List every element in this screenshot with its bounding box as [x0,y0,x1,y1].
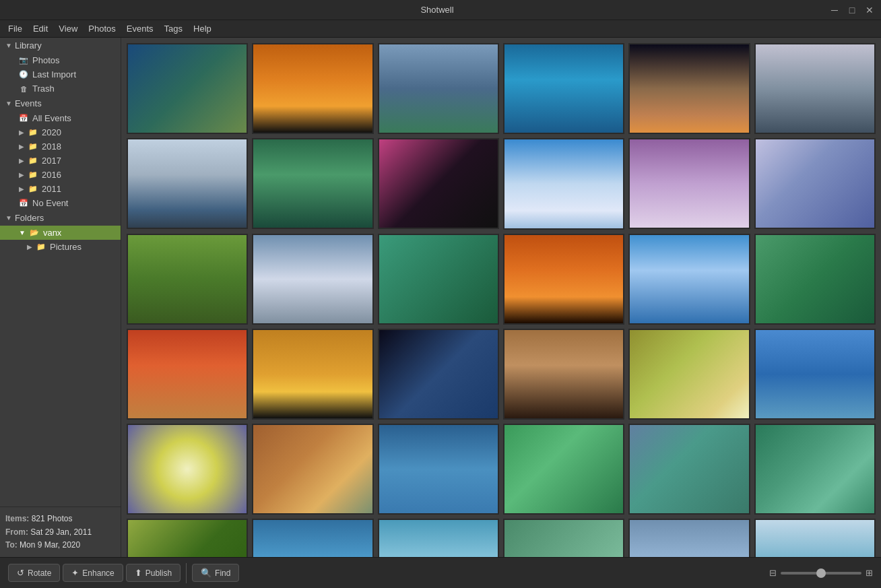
photo-grid [127,43,876,557]
sidebar-item-photos[interactable]: Photos [0,53,121,67]
all-events-label: All Events [32,113,71,123]
menu-item-file[interactable]: File [3,22,28,35]
photo-thumb[interactable] [127,43,248,134]
photo-thumb[interactable] [127,138,248,229]
folders-section-header[interactable]: ▼ Folders [0,210,121,226]
photo-thumb[interactable] [252,329,373,420]
photo-thumb[interactable] [378,519,499,557]
photo-thumb[interactable] [628,234,750,325]
sidebar-item-2016[interactable]: ▶ 2016 [0,168,121,182]
vanx-icon [30,228,39,238]
sidebar-item-all-events[interactable]: All Events [0,111,121,125]
photo-thumb[interactable] [628,424,750,515]
to-value: Mon 9 Mar, 2020 [20,540,80,550]
photo-thumb[interactable] [252,138,373,229]
library-triangle: ▼ [5,42,12,49]
yr2018-label: 2018 [42,141,61,152]
photos-label: Photos [32,55,59,65]
library-section-header[interactable]: ▼ Library [0,38,121,53]
sidebar-item-trash[interactable]: Trash [0,81,121,96]
vanx-triangle: ▼ [19,229,26,236]
photo-thumb[interactable] [503,234,624,325]
photo-thumb[interactable] [127,329,248,420]
menu-item-edit[interactable]: Edit [28,22,53,35]
sidebar-item-2020[interactable]: ▶ 2020 [0,125,121,139]
find-button[interactable]: 🔍 Find [192,564,239,582]
photo-thumb[interactable] [127,424,248,515]
photo-thumb[interactable] [754,43,876,134]
photo-thumb[interactable] [378,43,499,134]
zoom-slider[interactable] [781,572,861,575]
window-controls: ─ □ ✕ [828,5,876,15]
yr2017-icon [28,156,38,166]
photo-thumb[interactable] [754,138,876,229]
photo-thumb[interactable] [378,424,499,515]
photo-thumb[interactable] [378,329,499,420]
yr2020-label: 2020 [42,127,61,137]
sidebar-item-2017[interactable]: ▶ 2017 [0,154,121,168]
photo-thumb[interactable] [127,234,248,325]
sidebar-item-no-event[interactable]: No Event [0,196,121,210]
photo-thumb[interactable] [127,519,248,557]
zoom-min-icon: ⊟ [769,568,777,578]
photo-thumb[interactable] [628,43,750,134]
pictures-triangle: ▶ [27,243,32,251]
photo-thumb[interactable] [378,234,499,325]
yr2016-label: 2016 [42,170,61,180]
photo-thumb[interactable] [252,43,373,134]
sidebar-item-last-import[interactable]: Last Import [0,67,121,81]
sidebar: ▼ Library Photos Last Import Trash ▼ Eve… [0,38,121,557]
menu-item-tags[interactable]: Tags [159,22,188,35]
maximize-button[interactable]: □ [846,5,858,15]
yr2011-label: 2011 [42,184,61,194]
publish-button[interactable]: ⬆ Publish [126,564,181,582]
sidebar-item-2018[interactable]: ▶ 2018 [0,139,121,154]
all-events-icon [19,114,28,123]
events-section-header[interactable]: ▼ Events [0,96,121,111]
photo-thumb[interactable] [503,43,624,134]
sidebar-item-2011[interactable]: ▶ 2011 [0,182,121,196]
status-to: To: Mon 9 Mar, 2020 [5,539,115,552]
to-label: To: [5,540,18,550]
photo-thumb[interactable] [503,138,624,229]
photo-thumb[interactable] [628,138,750,229]
photos-icon [19,56,28,65]
slider-area: ⊟ ⊞ [769,568,873,578]
menu-item-events[interactable]: Events [121,22,159,35]
sidebar-item-vanx[interactable]: ▼ vanx [0,226,121,240]
yr2020-triangle: ▶ [19,129,24,136]
menu-item-help[interactable]: Help [188,22,217,35]
trash-icon [19,84,28,94]
photo-thumb[interactable] [503,424,624,515]
rotate-icon: ↺ [17,568,24,578]
photo-thumb[interactable] [252,519,373,557]
close-button[interactable]: ✕ [863,5,876,15]
sidebar-status: Items: 821 Photos From: Sat 29 Jan, 2011… [0,507,121,557]
yr2011-triangle: ▶ [19,185,24,193]
photo-thumb[interactable] [628,329,750,420]
enhance-button[interactable]: ✦ Enhance [63,564,123,582]
rotate-button[interactable]: ↺ Rotate [8,564,60,582]
from-value: Sat 29 Jan, 2011 [30,527,92,537]
toolbar-separator [186,563,187,583]
photo-thumb[interactable] [503,519,624,557]
main-area: ▼ Library Photos Last Import Trash ▼ Eve… [0,38,881,557]
photo-thumb[interactable] [252,424,373,515]
menu-item-view[interactable]: View [53,22,83,35]
photo-thumb[interactable] [754,234,876,325]
import-icon [19,70,28,79]
sidebar-item-pictures[interactable]: ▶ Pictures [0,240,121,254]
photo-thumb[interactable] [754,519,876,557]
photo-thumb[interactable] [754,329,876,420]
photo-thumb[interactable] [378,138,499,229]
photo-thumb[interactable] [252,234,373,325]
window-title: Shotwell [46,5,828,15]
minimize-button[interactable]: ─ [828,5,841,15]
photo-thumb[interactable] [628,519,750,557]
photo-thumb[interactable] [503,329,624,420]
menu-item-photos[interactable]: Photos [83,22,121,35]
photo-thumb[interactable] [754,424,876,515]
events-label: Events [15,98,42,108]
photo-area [121,38,881,557]
pictures-label: Pictures [50,242,81,252]
